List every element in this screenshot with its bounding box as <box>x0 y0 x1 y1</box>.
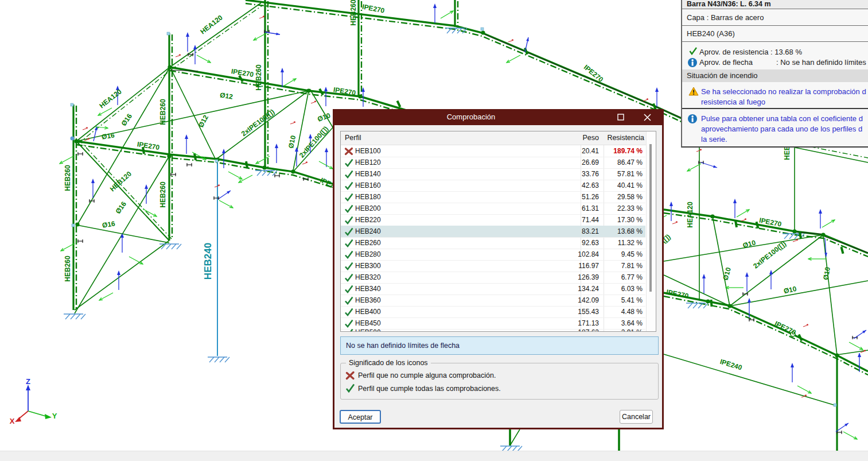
svg-text:2xIPE100([]): 2xIPE100([]) <box>298 125 330 159</box>
svg-text:IPE270: IPE270 <box>361 2 386 14</box>
svg-text:HEB260: HEB260 <box>255 64 263 91</box>
svg-text:Z: Z <box>26 377 30 386</box>
svg-text:HEB260: HEB260 <box>159 99 167 125</box>
svg-text:HEA120: HEA120 <box>198 13 224 36</box>
svg-text:HEB120: HEB120 <box>108 169 133 193</box>
svg-text:HEB240: HEB240 <box>203 243 213 280</box>
svg-text:HEB260: HEB260 <box>64 165 72 191</box>
svg-text:Ø10: Ø10 <box>742 238 757 249</box>
svg-text:IPE270: IPE270 <box>773 319 797 336</box>
svg-text:Ø10: Ø10 <box>287 134 297 149</box>
svg-text:HEB260: HEB260 <box>64 255 72 282</box>
svg-text:Ø16: Ø16 <box>102 219 116 229</box>
svg-text:IPE240: IPE240 <box>719 358 743 372</box>
svg-text:IPE270: IPE270 <box>333 86 356 97</box>
svg-text:IPE270: IPE270 <box>231 67 254 79</box>
svg-text:Ø16: Ø16 <box>101 131 115 141</box>
svg-text:X: X <box>10 417 15 425</box>
svg-text:HEA120: HEA120 <box>686 202 694 228</box>
svg-text:Ø16: Ø16 <box>114 200 128 215</box>
svg-text:Ø10: Ø10 <box>822 266 832 281</box>
svg-text:Ø12: Ø12 <box>219 91 233 100</box>
svg-text:Ø12: Ø12 <box>197 114 210 129</box>
svg-text:2xIPE100([]): 2xIPE100([]) <box>240 108 276 138</box>
svg-text:Y: Y <box>52 412 57 420</box>
svg-text:HEB260: HEB260 <box>159 181 167 208</box>
svg-text:HEB260: HEB260 <box>349 0 357 26</box>
svg-text:Ø10: Ø10 <box>721 266 732 281</box>
svg-text:Ø16: Ø16 <box>119 112 134 127</box>
